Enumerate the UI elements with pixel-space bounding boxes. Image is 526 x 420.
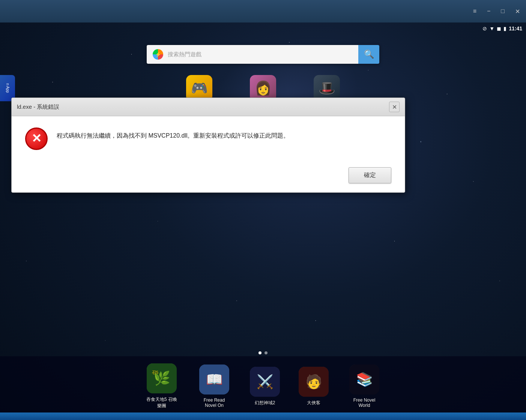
menu-icon[interactable]: ≡: [470, 6, 479, 16]
wifi-icon: ▼: [489, 26, 494, 32]
search-bar-container: ⚡ 搜索熱門遊戲 🔍: [147, 45, 379, 64]
bottom-app-icon-4: 📚: [349, 364, 379, 394]
dialog-title: ld.exe - 系統錯誤: [17, 104, 59, 111]
bottom-blue-bar: [0, 412, 526, 420]
dialog-body: ✕ 程式碼執行無法繼續，因為找不到 MSVCP120.dll。重新安裝程式或許可…: [12, 116, 405, 161]
bottom-app-1[interactable]: 📖 Free Read Novel On: [197, 364, 231, 408]
page-dot-1[interactable]: [258, 351, 261, 354]
error-dialog: ld.exe - 系統錯誤 ✕ ✕ 程式碼執行無法繼續，因為找不到 MSVCP1…: [11, 98, 405, 193]
close-button[interactable]: ✕: [512, 6, 523, 16]
bottom-app-0[interactable]: 🌿 召5 吞食天地5 召喚樂團: [145, 363, 179, 409]
error-message: 程式碼執行無法繼續，因為找不到 MSVCP120.dll。重新安裝程式或許可以修…: [57, 128, 391, 141]
search-icon: 🔍: [364, 50, 374, 59]
block-icon: ⊘: [482, 26, 487, 32]
bottom-app-2[interactable]: ⚔️ 幻想神域2: [250, 367, 280, 406]
search-bar: ⚡ 搜索熱門遊戲 🔍: [147, 45, 379, 64]
bottom-app-label-3: 大俠客: [307, 400, 320, 406]
bottom-app-3[interactable]: 🧑 大俠客: [299, 367, 329, 406]
svg-text:📖: 📖: [206, 371, 223, 387]
error-icon: ✕: [25, 128, 48, 150]
status-time: 11:41: [509, 26, 522, 32]
bottom-taskbar: 🌿 召5 吞食天地5 召喚樂團 📖 Free Read Novel On ⚔️: [0, 356, 526, 420]
search-input-area[interactable]: ⚡ 搜索熱門遊戲: [147, 45, 358, 64]
status-bar: ⊘ ▼ ◼ ▮ 11:41: [482, 26, 522, 32]
ok-button[interactable]: 確定: [349, 167, 391, 183]
emulator-screen: ⊘ ▼ ◼ ▮ 11:41 ⚡ 搜索熱門遊戲 🔍 n App 🎮 �: [0, 22, 526, 420]
svg-text:召5: 召5: [152, 370, 158, 375]
error-icon-circle: ✕: [25, 128, 48, 150]
svg-text:⚔️: ⚔️: [257, 374, 274, 390]
bottom-app-label-4: Free Novel World: [347, 398, 381, 408]
bottom-app-label-2: 幻想神域2: [255, 400, 275, 406]
svg-text:📚: 📚: [356, 371, 373, 387]
minimize-button[interactable]: −: [484, 6, 493, 16]
bottom-app-icon-3: 🧑: [299, 367, 329, 397]
page-dots: [258, 351, 268, 354]
search-logo-icon: ⚡: [153, 49, 163, 60]
page-dot-2[interactable]: [265, 351, 268, 354]
svg-text:🧑: 🧑: [305, 374, 322, 390]
signal-icon: ◼: [497, 26, 501, 32]
bottom-app-4[interactable]: 📚 Free Novel World: [347, 364, 381, 408]
bottom-app-label-1: Free Read Novel On: [197, 398, 231, 408]
error-x-symbol: ✕: [32, 132, 42, 144]
title-bar-controls: ≡ − □ ✕: [470, 6, 523, 16]
bottom-app-icon-2: ⚔️: [250, 367, 280, 397]
dialog-footer: 確定: [12, 161, 405, 192]
title-bar: ≡ − □ ✕: [0, 0, 526, 22]
dialog-close-button[interactable]: ✕: [389, 102, 400, 112]
battery-icon: ▮: [503, 26, 506, 32]
bottom-app-label-0: 吞食天地5 召喚樂團: [145, 396, 179, 409]
dialog-titlebar: ld.exe - 系統錯誤 ✕: [12, 98, 405, 116]
search-button[interactable]: 🔍: [358, 45, 379, 64]
bottom-app-icon-1: 📖: [199, 364, 229, 394]
bottom-app-icon-0: 🌿 召5: [147, 363, 177, 393]
search-placeholder: 搜索熱門遊戲: [168, 51, 201, 58]
maximize-button[interactable]: □: [498, 6, 508, 16]
